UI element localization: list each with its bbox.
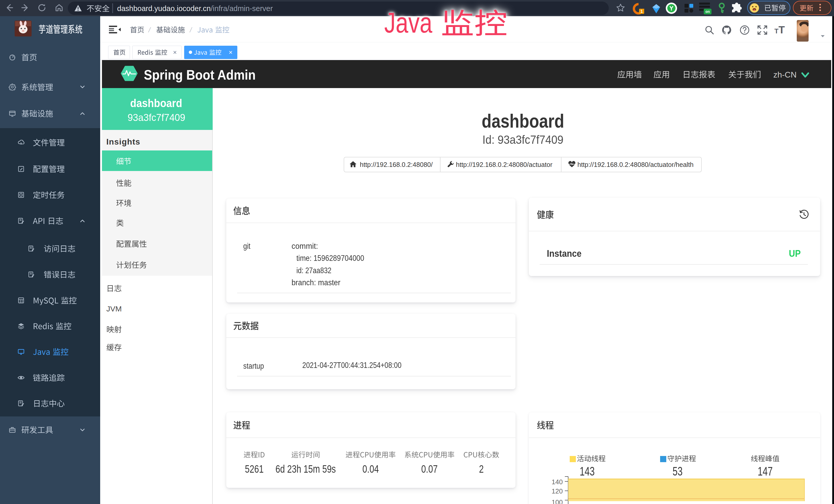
svg-text:on: on (705, 9, 710, 14)
svg-text:1: 1 (641, 9, 643, 14)
